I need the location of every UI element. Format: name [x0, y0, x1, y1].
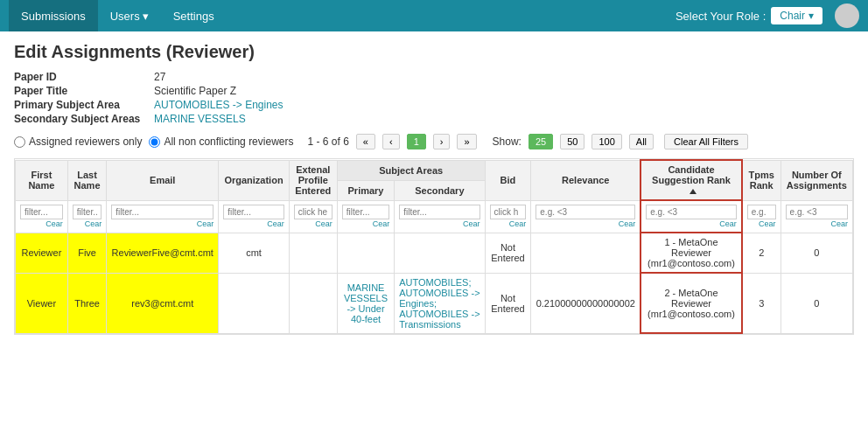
cell-primary [337, 233, 394, 273]
page-title: Edit Assignments (Reviewer) [14, 42, 854, 62]
filter-ext[interactable] [294, 205, 332, 219]
page-first[interactable]: « [356, 134, 375, 149]
cell-org: cmt [219, 233, 290, 273]
filter-inputs-row: Cear Cear Cear Cear Cear Cear Cear Cear … [16, 200, 853, 233]
cell-email: rev3@cmt.cmt [107, 273, 219, 333]
cell-last: Five [67, 233, 106, 273]
cell-assignments: 0 [780, 233, 852, 273]
filter-primary[interactable] [342, 205, 389, 219]
cell-tpms: 2 [742, 233, 780, 273]
col-bid: Bid [485, 160, 531, 200]
show-100[interactable]: 100 [592, 134, 621, 149]
page-last[interactable]: » [457, 134, 476, 149]
page-content: Edit Assignments (Reviewer) Paper ID27 P… [0, 31, 868, 345]
col-assignments: Number OfAssignments [780, 160, 852, 200]
col-last-name: LastName [67, 160, 106, 200]
radio-all-non-conflicting[interactable]: All non conflicting reviewers [149, 136, 293, 148]
filter-email[interactable] [111, 205, 214, 219]
filter-candidate[interactable] [646, 205, 737, 219]
clear-first[interactable]: Cear [20, 219, 63, 228]
page-next[interactable]: › [433, 134, 451, 149]
filter-org[interactable] [223, 205, 284, 219]
filter-relevance[interactable] [536, 205, 635, 219]
cell-assignments: 0 [780, 273, 852, 333]
cell-bid: NotEntered [485, 273, 531, 333]
col-organization: Organization [219, 160, 290, 200]
assignments-table: FirstName LastName Email Organization Ex… [14, 158, 854, 335]
cell-tpms: 3 [742, 273, 780, 333]
col-email: Email [107, 160, 219, 200]
col-ext-profile: ExtenalProfileEntered [289, 160, 337, 200]
cell-ext [289, 233, 337, 273]
role-selector[interactable]: Chair ▾ [771, 7, 822, 24]
filter-first[interactable] [20, 205, 63, 219]
cell-relevance: 0.21000000000000002 [531, 273, 640, 333]
pagination-info: 1 - 6 of 6 [307, 136, 348, 148]
cell-candidate: 1 - MetaOne Reviewer (mr1@contoso.com) [640, 233, 742, 273]
cell-bid: NotEntered [485, 233, 531, 273]
cell-relevance [531, 233, 640, 273]
col-secondary: Secondary [395, 180, 485, 200]
filter-secondary[interactable] [399, 205, 480, 219]
show-50[interactable]: 50 [560, 134, 584, 149]
cell-last: Three [67, 273, 106, 333]
cell-primary: MARINE VESSELS -> Under 40-feet [337, 273, 394, 333]
filter-tpms[interactable] [747, 205, 776, 219]
cell-org [219, 273, 290, 333]
cell-candidate: 2 - MetaOne Reviewer (mr1@contoso.com) [640, 273, 742, 333]
table-row: Reviewer Five ReviewerFive@cmt.cmt cmt N… [16, 233, 853, 273]
sort-arrow [690, 189, 696, 194]
cell-first: Reviewer [16, 233, 68, 273]
show-25[interactable]: 25 [528, 134, 553, 149]
page-prev[interactable]: ‹ [382, 134, 400, 149]
filter-assignments[interactable] [786, 205, 848, 219]
col-subject-areas: Subject Areas [337, 160, 485, 180]
cell-secondary: AUTOMOBILES; AUTOMOBILES -> Engines; AUT… [395, 273, 485, 333]
nav-submissions[interactable]: Submissions [9, 0, 98, 31]
show-all[interactable]: All [629, 134, 654, 149]
cell-secondary [395, 233, 485, 273]
col-candidate: CandidateSuggestion Rank [640, 160, 742, 200]
filter-last[interactable] [73, 205, 102, 219]
cell-email: ReviewerFive@cmt.cmt [107, 233, 219, 273]
clear-filters-btn[interactable]: Clear All Filters [664, 134, 748, 149]
table-row: Viewer Three rev3@cmt.cmt MARINE VESSELS… [16, 273, 853, 333]
col-relevance: Relevance [531, 160, 640, 200]
page-1[interactable]: 1 [407, 134, 426, 149]
paper-meta: Paper ID27 Paper TitleScientific Paper Z… [14, 71, 854, 125]
avatar [835, 3, 859, 28]
filter-bid[interactable] [490, 205, 527, 219]
nav-users[interactable]: Users ▾ [98, 0, 161, 31]
nav-bar: Submissions Users ▾ Settings Select Your… [0, 0, 868, 31]
col-tpms: TpmsRank [742, 160, 780, 200]
radio-assigned-only[interactable]: Assigned reviewers only [14, 136, 142, 148]
filter-row: Assigned reviewers only All non conflict… [14, 134, 854, 149]
col-primary: Primary [337, 180, 394, 200]
col-first-name: FirstName [16, 160, 68, 200]
nav-role: Select Your Role : Chair ▾ [676, 3, 859, 28]
cell-first: Viewer [16, 273, 68, 333]
nav-settings[interactable]: Settings [161, 0, 227, 31]
cell-ext [289, 273, 337, 333]
